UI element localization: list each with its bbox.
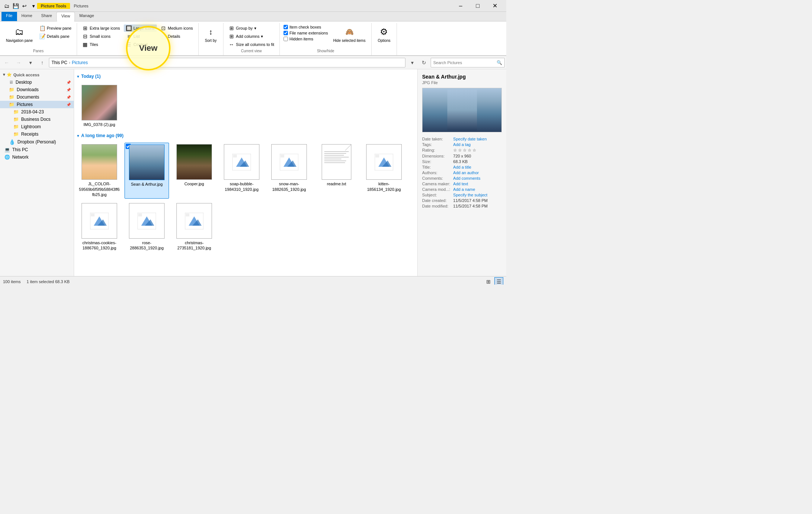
details-pane-icon: 📝: [39, 33, 45, 39]
search-box[interactable]: 🔍: [431, 58, 505, 67]
file-item-img0378[interactable]: IMG_0378 (2).jpg: [77, 83, 122, 129]
group-by-button[interactable]: ⊞ Group by ▾: [226, 24, 276, 32]
file-item-sean-arthur[interactable]: Sean & Arthur.jpg: [125, 143, 169, 199]
group-header-longtime[interactable]: ▾ A long time ago (99): [77, 132, 414, 140]
small-icons-label: Small icons: [90, 34, 110, 39]
pictures-icon: 📁: [9, 102, 14, 107]
tags-value[interactable]: Add a tag: [453, 142, 502, 147]
details-pane-button[interactable]: 📝 Details pane: [37, 33, 74, 40]
tab-file[interactable]: File: [1, 12, 17, 21]
longtime-files-grid: JL_COLOR-59569b6f5f9b58843ff6fb25.jpg Se…: [77, 140, 414, 255]
tab-view[interactable]: View: [56, 12, 75, 21]
sidebar-item-downloads[interactable]: 📁 Downloads 📌: [0, 86, 74, 93]
panes-col: 🗂 Navigation pane: [3, 24, 36, 44]
search-input[interactable]: [433, 60, 497, 65]
sidebar-item-network[interactable]: 🌐 Network: [0, 153, 74, 161]
sidebar-item-this-pc[interactable]: 💻 This PC: [0, 146, 74, 153]
file-item-christmas-cookies[interactable]: christmas-cookies-1886760_1920.jpg: [77, 202, 122, 252]
sidebar-item-lightroom[interactable]: 📁 Lightroom: [0, 123, 74, 130]
ribbon-group-panes: 🗂 Navigation pane 📋 Preview pane 📝 Detai…: [0, 23, 77, 55]
details-view-button[interactable]: ☰: [494, 277, 503, 285]
sort-icon: ↕: [205, 26, 217, 38]
file-name-extensions-checkbox[interactable]: [284, 31, 288, 35]
preview-pane-button[interactable]: 📋 Preview pane: [37, 24, 74, 32]
date-taken-value[interactable]: Specify date taken: [453, 137, 502, 141]
search-icon[interactable]: 🔍: [497, 60, 502, 65]
extra-large-icons-button[interactable]: ⊞ Extra large icons: [80, 24, 122, 32]
dropdown-history-button[interactable]: ▾: [407, 57, 417, 68]
breadcrumb-pictures[interactable]: Pictures: [72, 60, 88, 65]
breadcrumb-this-pc[interactable]: This PC: [52, 60, 67, 65]
minimize-button[interactable]: –: [452, 0, 469, 12]
tab-manage[interactable]: Manage: [75, 12, 99, 21]
status-bar: 100 items 1 item selected 68.3 KB ⊞ ☰: [0, 276, 506, 285]
folder-lightroom-icon: 📁: [13, 124, 19, 129]
file-name-extensions-row[interactable]: File name extensions: [283, 30, 329, 36]
item-check-boxes-row[interactable]: Item check boxes: [283, 24, 329, 30]
main-layout: ▾ ⭐ Quick access 🖥 Desktop 📌 📁 Downloads…: [0, 69, 506, 276]
undo-icon[interactable]: ↩: [21, 2, 28, 10]
recent-locations-button[interactable]: ▾: [25, 57, 36, 68]
file-item-christmas-27351[interactable]: christmas-2735181_1920.jpg: [172, 202, 216, 252]
breadcrumb[interactable]: This PC › Pictures: [49, 58, 405, 67]
file-item-rose[interactable]: rose-2886353_1920.jpg: [125, 202, 169, 252]
title-value[interactable]: Add a title: [453, 165, 502, 169]
customize-icon[interactable]: ▾: [30, 2, 37, 10]
hide-selected-items-button[interactable]: 🙈 Hide selected items: [330, 24, 368, 44]
sidebar-item-pictures[interactable]: 📁 Pictures 📌: [0, 101, 74, 108]
comments-value[interactable]: Add comments: [453, 176, 502, 180]
item-check-boxes-checkbox[interactable]: [284, 25, 288, 29]
file-item-snow-man[interactable]: snow-man-1882635_1920.jpg: [267, 143, 311, 199]
camera-maker-value[interactable]: Add text: [453, 182, 502, 186]
quick-save-icon[interactable]: 💾: [12, 2, 19, 10]
file-name-readme: readme.txt: [327, 181, 346, 186]
rating-stars[interactable]: ☆ ☆ ☆ ☆ ☆: [453, 148, 502, 153]
sort-items: ↕ Sort by: [202, 24, 220, 52]
quick-access-label: Quick access: [13, 73, 39, 77]
large-icons-view-button[interactable]: ⊞: [484, 277, 493, 285]
preview-title: Sean & Arthur.jpg: [422, 74, 502, 80]
sort-by-button[interactable]: ↕ Sort by: [202, 24, 220, 44]
options-button[interactable]: ⚙ Options: [375, 24, 393, 44]
forward-button[interactable]: →: [13, 57, 24, 68]
file-item-readme[interactable]: readme.txt: [314, 143, 359, 199]
sidebar-item-receipts[interactable]: 📁 Receipts: [0, 130, 74, 138]
sidebar-item-dropbox[interactable]: 💧 Dropbox (Personal): [0, 138, 74, 146]
small-icons-button[interactable]: ⊟ Small icons: [80, 33, 122, 40]
back-button[interactable]: ←: [1, 57, 12, 68]
close-button[interactable]: ✕: [486, 0, 503, 12]
today-files-grid: IMG_0378 (2).jpg: [77, 80, 414, 132]
tiles-label: Tiles: [90, 42, 98, 47]
authors-value[interactable]: Add an author: [453, 170, 502, 175]
file-item-cooper[interactable]: Cooper.jpg: [172, 143, 216, 199]
sidebar-item-2018[interactable]: 📁 2018-04-23: [0, 108, 74, 116]
pictures-label: Pictures: [17, 102, 33, 107]
svg-rect-7: [281, 155, 284, 157]
hidden-items-row[interactable]: Hidden items: [283, 36, 329, 42]
up-button[interactable]: ↑: [37, 57, 47, 68]
add-columns-button[interactable]: ⊞ Add columns ▾: [226, 33, 276, 40]
navigation-pane-button[interactable]: 🗂 Navigation pane: [3, 24, 36, 44]
ribbon-group-options: ⚙ Options: [372, 23, 397, 55]
tab-share[interactable]: Share: [37, 12, 56, 21]
window-title: Pictures: [70, 3, 92, 9]
refresh-button[interactable]: ↻: [419, 57, 429, 68]
tiles-button[interactable]: ▦ Tiles: [80, 41, 122, 48]
date-created-value: 11/5/2017 4:58 PM: [453, 198, 502, 203]
tab-home[interactable]: Home: [17, 12, 37, 21]
file-item-kitten[interactable]: kitten-1856134_1920.jpg: [362, 143, 406, 199]
hidden-items-checkbox[interactable]: [284, 37, 288, 41]
sidebar-item-documents[interactable]: 📁 Documents 📌: [0, 93, 74, 101]
sidebar-item-desktop[interactable]: 🖥 Desktop 📌: [0, 79, 74, 86]
rating-label: Rating:: [422, 148, 450, 153]
camera-model-value[interactable]: Add a name: [453, 187, 502, 192]
maximize-button[interactable]: □: [469, 0, 486, 12]
subject-value[interactable]: Specify the subject: [453, 193, 502, 197]
size-all-columns-button[interactable]: ↔ Size all columns to fit: [226, 41, 276, 48]
group-header-today[interactable]: ▾ Today (1): [77, 72, 414, 80]
file-item-jlcolor[interactable]: JL_COLOR-59569b6f5f9b58843ff6fb25.jpg: [77, 143, 122, 199]
options-group-label: [375, 52, 393, 54]
sidebar-item-business-docs[interactable]: 📁 Business Docs: [0, 116, 74, 123]
quick-access-section[interactable]: ▾ ⭐ Quick access: [0, 71, 74, 79]
file-item-soap-bubble[interactable]: soap-bubble-1984310_1920.jpg: [219, 143, 264, 199]
